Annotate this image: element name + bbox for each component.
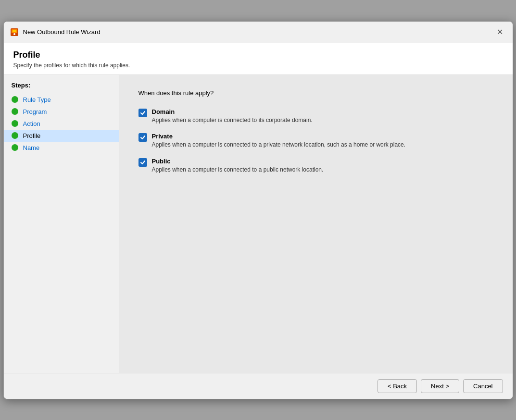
domain-description: Applies when a computer is connected to … (152, 116, 313, 124)
step-dot-profile (12, 132, 18, 139)
public-checkbox[interactable] (138, 158, 147, 167)
private-label: Private (152, 133, 406, 140)
sidebar-item-rule-type[interactable]: Rule Type (4, 94, 119, 106)
window-title: New Outbound Rule Wizard (23, 28, 101, 36)
profile-options: Domain Applies when a computer is connec… (138, 108, 493, 174)
step-dot-rule-type (12, 96, 18, 103)
rule-question: When does this rule apply? (138, 89, 493, 97)
steps-label: Steps: (4, 82, 119, 94)
close-button[interactable]: ✕ (493, 25, 507, 39)
page-subtitle: Specify the profiles for which this rule… (13, 62, 503, 69)
sidebar: Steps: Rule Type Program Action Profile … (4, 75, 119, 373)
sidebar-item-action[interactable]: Action (4, 118, 119, 130)
step-dot-action (12, 120, 18, 127)
list-item: Domain Applies when a computer is connec… (138, 108, 493, 124)
svg-point-3 (13, 33, 15, 35)
sidebar-item-name[interactable]: Name (4, 142, 119, 154)
content-area: Steps: Rule Type Program Action Profile … (4, 75, 513, 373)
title-bar: New Outbound Rule Wizard ✕ (4, 22, 513, 43)
public-label: Public (152, 158, 324, 165)
cancel-button[interactable]: Cancel (463, 379, 503, 393)
sidebar-item-label-rule-type: Rule Type (23, 96, 51, 103)
back-button[interactable]: < Back (378, 379, 417, 393)
private-checkbox[interactable] (138, 133, 147, 142)
domain-label: Domain (152, 108, 313, 115)
page-header: Profile Specify the profiles for which t… (4, 43, 513, 75)
wizard-window: New Outbound Rule Wizard ✕ Profile Speci… (3, 21, 513, 399)
sidebar-item-profile[interactable]: Profile (4, 130, 119, 142)
private-description: Applies when a computer is connected to … (152, 141, 406, 149)
list-item: Public Applies when a computer is connec… (138, 158, 493, 174)
sidebar-item-label-name: Name (23, 144, 40, 151)
sidebar-item-label-profile: Profile (23, 132, 41, 139)
sidebar-item-program[interactable]: Program (4, 106, 119, 118)
sidebar-item-label-action: Action (23, 120, 40, 127)
svg-rect-2 (13, 30, 16, 32)
page-title: Profile (13, 50, 503, 60)
step-dot-name (12, 144, 18, 151)
sidebar-item-label-program: Program (23, 108, 47, 115)
domain-checkbox[interactable] (138, 109, 147, 117)
wizard-icon (10, 27, 19, 37)
list-item: Private Applies when a computer is conne… (138, 133, 493, 149)
public-description: Applies when a computer is connected to … (152, 166, 324, 174)
footer: < Back Next > Cancel (4, 373, 513, 399)
main-panel: When does this rule apply? Domain Applie… (119, 75, 513, 373)
step-dot-program (12, 108, 18, 115)
next-button[interactable]: Next > (421, 379, 459, 393)
